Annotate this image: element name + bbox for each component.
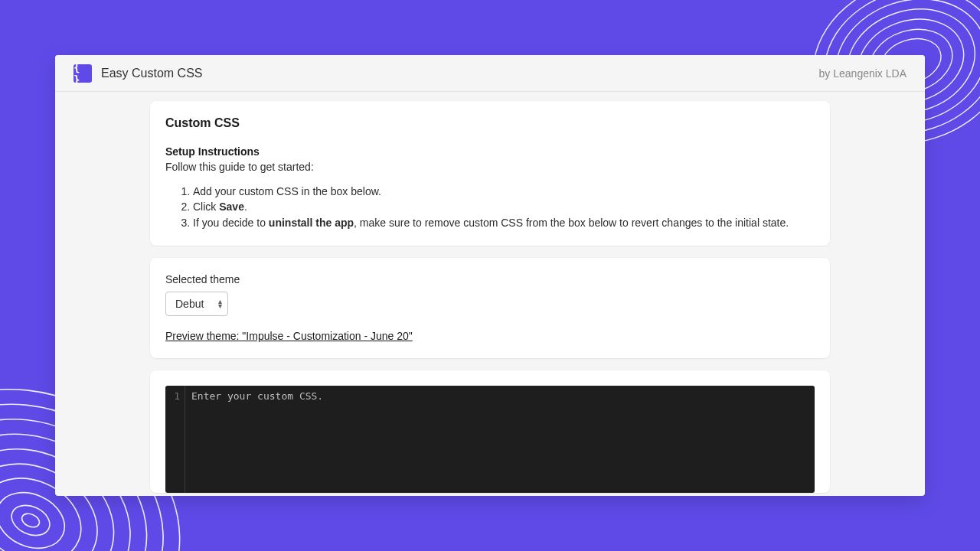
app-byline: by Leangenix LDA [819,67,906,80]
preview-theme-link[interactable]: Preview theme: "Impulse - Customization … [165,330,413,342]
css-editor[interactable]: 1 Enter your custom CSS. [165,386,815,493]
setup-subtitle: Follow this guide to get started: [165,161,815,173]
setup-step: If you decide to uninstall the app, make… [193,215,815,230]
step-bold: uninstall the app [269,217,354,229]
editor-card: 1 Enter your custom CSS. [150,370,830,493]
svg-point-16 [20,511,41,530]
theme-select[interactable]: Debut [165,292,228,316]
card-title: Custom CSS [165,116,815,130]
app-title: Easy Custom CSS [101,67,202,80]
app-logo-icon: { } [74,64,92,83]
editor-body[interactable]: Enter your custom CSS. [185,386,815,493]
step-bold: Save [219,201,244,213]
theme-select-label: Selected theme [165,273,815,285]
step-text: . [244,201,247,213]
instructions-card: Custom CSS Setup Instructions Follow thi… [150,101,830,246]
setup-steps-list: Add your custom CSS in the box below. Cl… [193,184,815,230]
step-text: Click [193,201,219,213]
setup-step: Add your custom CSS in the box below. [193,184,815,199]
step-text: If you decide to [193,217,269,229]
setup-step: Click Save. [193,199,815,214]
svg-point-15 [7,500,54,541]
app-window: { } Easy Custom CSS by Leangenix LDA Cus… [55,55,925,496]
editor-gutter: 1 [165,386,185,493]
setup-heading: Setup Instructions [165,145,815,158]
titlebar: { } Easy Custom CSS by Leangenix LDA [55,55,925,92]
step-text: , make sure to remove custom CSS from th… [354,217,789,229]
theme-card: Selected theme Debut ▴▾ Preview theme: "… [150,258,830,358]
